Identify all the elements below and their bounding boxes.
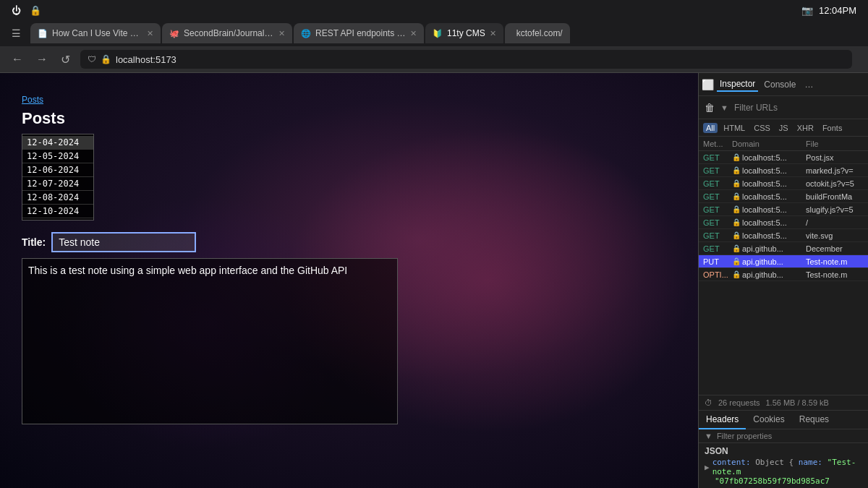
main-area: Posts Posts 12-04-202412-05-202412-06-20… bbox=[0, 73, 868, 488]
json-expand-row[interactable]: ▶ content: Object { name: "Test-note.m bbox=[705, 458, 862, 476]
file-column-header: File bbox=[806, 140, 864, 148]
tab-favicon: 🔰 bbox=[433, 29, 443, 38]
forward-button[interactable]: → bbox=[33, 51, 51, 67]
json-content: ▶ content: Object { name: "Test-note.m "… bbox=[705, 458, 862, 486]
post-item[interactable]: 12-04-2024 bbox=[22, 136, 93, 150]
network-tab-xhr[interactable]: XHR bbox=[794, 123, 817, 133]
request-file: octokit.js?v=5 bbox=[806, 179, 864, 188]
network-column-headers: Met... Domain File bbox=[699, 137, 868, 151]
breadcrumb[interactable]: Posts bbox=[22, 95, 398, 105]
lock-icon: 🔒 bbox=[732, 179, 741, 187]
browser-tab-tab1[interactable]: 📄 How Can I Use Vite Env V ✕ bbox=[30, 23, 161, 43]
console-tab[interactable]: Console bbox=[761, 78, 799, 91]
filter-icon: ▼ bbox=[720, 103, 728, 112]
request-file: / bbox=[806, 218, 864, 227]
post-item[interactable]: 12-10-2024 bbox=[22, 205, 93, 218]
url-bar[interactable]: 🛡 🔒 localhost:5173 bbox=[80, 50, 852, 69]
tab-title: REST API endpoints for r bbox=[315, 28, 406, 38]
tab-favicon: 📄 bbox=[38, 29, 48, 38]
title-row: Title: bbox=[22, 232, 398, 252]
address-bar: ← → ↺ 🛡 🔒 localhost:5173 bbox=[0, 46, 868, 72]
title-input[interactable] bbox=[51, 232, 196, 252]
tab-favicon: 🌐 bbox=[301, 29, 311, 38]
detail-tab-cookies[interactable]: Cookies bbox=[746, 411, 791, 429]
filter-urls-label[interactable]: Filter URLs bbox=[734, 103, 778, 113]
request-domain: 🔒 localhost:5... bbox=[732, 192, 806, 201]
json-section: JSON ▶ content: Object { name: "Test-not… bbox=[699, 443, 868, 488]
tab-title: kctofel.com/ bbox=[516, 28, 563, 38]
request-domain: 🔒 api.github... bbox=[732, 270, 806, 279]
network-tab-css[interactable]: CSS bbox=[751, 123, 773, 133]
request-domain: 🔒 api.github... bbox=[732, 257, 806, 266]
network-tab-fonts[interactable]: Fonts bbox=[820, 123, 846, 133]
posts-heading: Posts bbox=[22, 109, 398, 128]
request-domain: 🔒 localhost:5... bbox=[732, 218, 806, 227]
lock-icon[interactable]: 🔒 bbox=[30, 5, 41, 16]
tab-close-icon[interactable]: ✕ bbox=[147, 29, 153, 38]
devtools-inspect-icon[interactable]: ⬜ bbox=[702, 79, 714, 90]
filter-props-label[interactable]: Filter properties bbox=[717, 432, 772, 440]
network-row[interactable]: GET 🔒 localhost:5... octokit.js?v=5 bbox=[699, 177, 868, 190]
network-row[interactable]: PUT 🔒 api.github... Test-note.m bbox=[699, 255, 868, 268]
request-file: slugify.js?v=5 bbox=[806, 205, 864, 214]
refresh-button[interactable]: ↺ bbox=[58, 51, 73, 68]
network-row[interactable]: GET 🔒 localhost:5... marked.js?v= bbox=[699, 164, 868, 177]
detail-tab-reques[interactable]: Reques bbox=[792, 411, 836, 429]
network-tab-js[interactable]: JS bbox=[776, 123, 791, 133]
request-domain: 🔒 localhost:5... bbox=[732, 205, 806, 214]
inspector-tab[interactable]: Inspector bbox=[717, 77, 758, 92]
detail-tab-headers[interactable]: Headers bbox=[699, 411, 746, 429]
lock-icon: 🔒 bbox=[732, 257, 741, 265]
lock-icon: 🔒 bbox=[732, 244, 741, 252]
tab-close-icon[interactable]: ✕ bbox=[278, 29, 285, 38]
network-tab-all[interactable]: All bbox=[703, 123, 718, 133]
post-item[interactable]: 12-08-2024 bbox=[22, 191, 93, 205]
lock-small-icon: 🔒 bbox=[101, 54, 111, 64]
transfer-size: 1.56 MB / 8.59 kB bbox=[765, 398, 828, 407]
network-row[interactable]: GET 🔒 api.github... December bbox=[699, 242, 868, 255]
power-icon[interactable]: ⏻ bbox=[12, 5, 21, 16]
clock: 12:04PM bbox=[819, 5, 856, 16]
network-row[interactable]: GET 🔒 localhost:5... buildFrontMa bbox=[699, 190, 868, 203]
browser-tab-tab3[interactable]: 🌐 REST API endpoints for r ✕ bbox=[294, 23, 424, 43]
filter-props-icon: ▼ bbox=[705, 432, 712, 440]
devtools-footer: ⏱ 26 requests 1.56 MB / 8.59 kB bbox=[699, 395, 868, 410]
tab-title: How Can I Use Vite Env V bbox=[52, 28, 142, 38]
lock-icon: 🔒 bbox=[732, 166, 741, 174]
posts-list: 12-04-202412-05-202412-06-202412-07-2024… bbox=[22, 134, 94, 221]
lock-icon: 🔒 bbox=[732, 231, 741, 239]
network-row[interactable]: GET 🔒 localhost:5... Post.jsx bbox=[699, 151, 868, 164]
tab-close-icon[interactable]: ✕ bbox=[410, 29, 417, 38]
network-row[interactable]: GET 🔒 localhost:5... slugify.js?v=5 bbox=[699, 203, 868, 216]
network-request-list: GET 🔒 localhost:5... Post.jsx GET 🔒 loca… bbox=[699, 151, 868, 395]
post-item[interactable]: 12-07-2024 bbox=[22, 177, 93, 191]
post-item[interactable]: 12-06-2024 bbox=[22, 163, 93, 177]
lock-icon: 🔒 bbox=[732, 270, 741, 278]
network-tab-html[interactable]: HTML bbox=[720, 123, 748, 133]
browser-tab-tab2[interactable]: 🐙 SecondBrain/Journal/202 ✕ bbox=[162, 23, 292, 43]
browser-tab-tab4[interactable]: 🔰 11ty CMS ✕ bbox=[425, 23, 503, 43]
network-row[interactable]: OPTI... 🔒 api.github... Test-note.m bbox=[699, 268, 868, 281]
sidebar-toggle[interactable]: ☰ bbox=[6, 23, 26, 43]
back-button[interactable]: ← bbox=[9, 51, 26, 67]
shield-icon: 🛡 bbox=[88, 54, 96, 64]
more-devtools-icon[interactable]: … bbox=[801, 78, 816, 91]
network-row[interactable]: GET 🔒 localhost:5... vite.svg bbox=[699, 229, 868, 242]
browser-chrome: ☰ 📄 How Can I Use Vite Env V ✕ 🐙 SecondB… bbox=[0, 20, 868, 73]
domain-column-header: Domain bbox=[732, 140, 806, 148]
webpage: Posts Posts 12-04-202412-05-202412-06-20… bbox=[0, 73, 698, 488]
tab-favicon: 🐙 bbox=[169, 29, 179, 38]
request-method: GET bbox=[703, 231, 732, 240]
tab-close-icon[interactable]: ✕ bbox=[490, 29, 496, 38]
tab-title: 11ty CMS bbox=[447, 28, 485, 38]
devtools-toolbar: 🗑 ▼ Filter URLs bbox=[699, 96, 868, 119]
network-row[interactable]: GET 🔒 localhost:5... / bbox=[699, 216, 868, 229]
request-domain: 🔒 api.github... bbox=[732, 244, 806, 253]
request-file: marked.js?v= bbox=[806, 166, 864, 175]
post-item[interactable]: 12-05-2024 bbox=[22, 150, 93, 163]
trash-icon[interactable]: 🗑 bbox=[705, 102, 715, 114]
content-textarea[interactable] bbox=[22, 258, 398, 424]
tab-bar: ☰ 📄 How Can I Use Vite Env V ✕ 🐙 SecondB… bbox=[0, 20, 868, 46]
browser-tab-tab5[interactable]: kctofel.com/ bbox=[505, 23, 570, 43]
expand-arrow-icon[interactable]: ▶ bbox=[705, 463, 710, 472]
